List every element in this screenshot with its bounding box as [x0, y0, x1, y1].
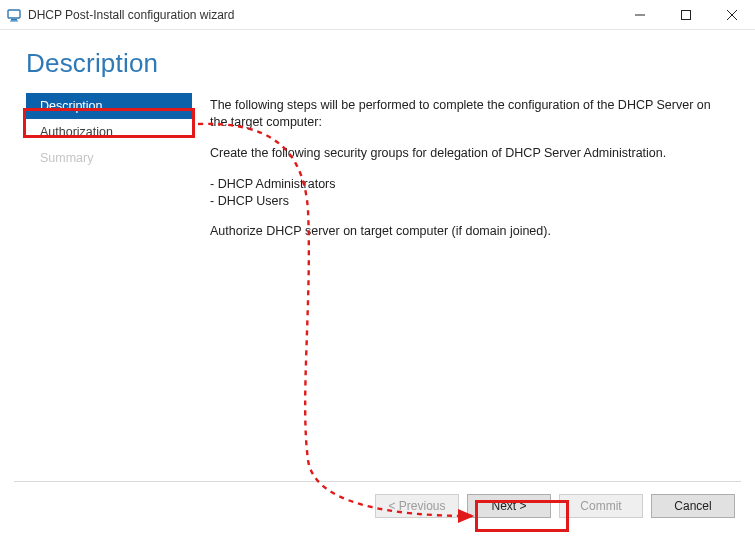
svg-rect-2	[10, 20, 18, 21]
next-button[interactable]: Next >	[467, 494, 551, 518]
svg-rect-0	[8, 10, 20, 18]
content-authorize: Authorize DHCP server on target computer…	[210, 223, 729, 240]
nav-item-description[interactable]: Description	[26, 93, 192, 119]
content-intro: The following steps will be performed to…	[210, 97, 729, 131]
nav-item-label: Summary	[40, 151, 93, 165]
svg-rect-4	[682, 10, 691, 19]
maximize-button[interactable]	[663, 0, 709, 29]
cancel-button[interactable]: Cancel	[651, 494, 735, 518]
content-group-list: - DHCP Administrators - DHCP Users	[210, 176, 729, 210]
wizard-footer: < Previous Next > Commit Cancel	[0, 482, 755, 518]
window-title: DHCP Post-Install configuration wizard	[28, 8, 617, 22]
content-group-2: - DHCP Users	[210, 193, 729, 210]
close-button[interactable]	[709, 0, 755, 29]
content-group-1: - DHCP Administrators	[210, 176, 729, 193]
wizard-body: Description Authorization Summary The fo…	[0, 83, 755, 481]
wizard-nav: Description Authorization Summary	[26, 93, 192, 481]
page-title: Description	[26, 48, 755, 79]
nav-item-authorization[interactable]: Authorization	[26, 119, 192, 145]
nav-item-summary: Summary	[26, 145, 192, 171]
content-groups-intro: Create the following security groups for…	[210, 145, 729, 162]
minimize-button[interactable]	[617, 0, 663, 29]
nav-item-label: Description	[40, 99, 103, 113]
previous-button: < Previous	[375, 494, 459, 518]
svg-rect-1	[11, 19, 17, 21]
wizard-content: The following steps will be performed to…	[192, 93, 729, 481]
title-bar: DHCP Post-Install configuration wizard	[0, 0, 755, 30]
nav-item-label: Authorization	[40, 125, 113, 139]
window-controls	[617, 0, 755, 29]
page-header: Description	[0, 30, 755, 83]
app-icon	[6, 7, 22, 23]
commit-button: Commit	[559, 494, 643, 518]
